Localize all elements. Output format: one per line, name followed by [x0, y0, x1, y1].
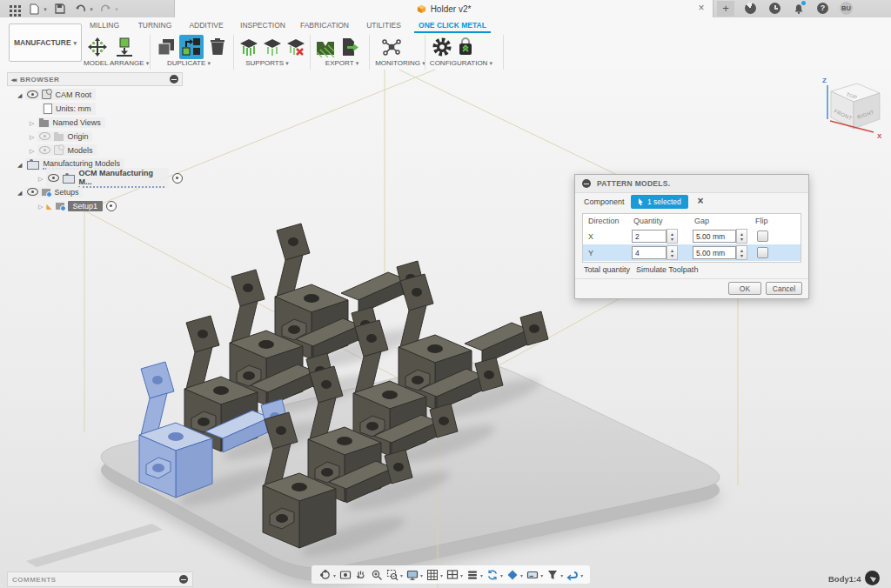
feedback-icon[interactable] — [865, 571, 880, 585]
gap-y-spinner[interactable] — [736, 245, 747, 260]
gap-x-spinner[interactable] — [736, 229, 747, 244]
tab-utilities[interactable]: UTILITIES — [357, 21, 411, 31]
filter-icon[interactable] — [546, 568, 559, 581]
group-label-export[interactable]: EXPORT — [320, 59, 364, 67]
tree-label-selected[interactable]: Setup1 — [68, 201, 104, 211]
activate-radio-icon[interactable] — [106, 201, 117, 211]
extensions-icon[interactable] — [745, 3, 756, 14]
zoom-window-icon[interactable] — [385, 568, 399, 581]
tree-item-named-views[interactable]: Named Views — [30, 116, 105, 129]
workspace-selector-button[interactable]: MANUFACTURE — [9, 23, 82, 62]
browser-header[interactable]: BROWSER — [7, 72, 183, 86]
app-grid-icon[interactable] — [7, 3, 19, 15]
quantity-y-input[interactable] — [632, 246, 667, 259]
layers-caret-icon[interactable] — [481, 571, 483, 579]
dialog-grip-icon[interactable] — [582, 179, 591, 188]
layers-icon[interactable] — [466, 568, 479, 581]
flip-y-checkbox[interactable] — [757, 247, 768, 258]
view-cube[interactable]: TOP FRONT RIGHT Z X — [822, 77, 882, 140]
orbit-caret-icon[interactable] — [334, 571, 336, 579]
redo-caret-icon[interactable] — [111, 3, 123, 15]
avatar[interactable]: BU — [840, 2, 853, 15]
expander-icon[interactable] — [38, 202, 43, 210]
tree-item-models[interactable]: Models — [30, 144, 97, 157]
exit-arrow-caret-icon[interactable] — [581, 571, 583, 579]
model-arrange-drop-icon[interactable] — [114, 37, 135, 57]
tree-item-origin[interactable]: Origin — [30, 130, 92, 143]
viewports-icon[interactable] — [446, 568, 459, 581]
quantity-x-input[interactable] — [632, 230, 667, 243]
viewports-caret-icon[interactable] — [461, 571, 463, 579]
help-icon[interactable] — [817, 3, 828, 14]
refresh-caret-icon[interactable] — [501, 571, 503, 579]
isolate-caret-icon[interactable] — [521, 571, 523, 579]
configuration-gear-icon[interactable] — [432, 37, 452, 57]
zoom-icon[interactable] — [370, 568, 383, 581]
viewport-canvas[interactable]: .part-gray{--t:#6e6b61;--l:#56534b;--r:#… — [0, 70, 891, 588]
grid-settings-icon[interactable] — [425, 568, 439, 581]
expander-icon[interactable] — [17, 188, 22, 197]
notifications-bell-icon[interactable] — [793, 3, 805, 15]
monitoring-icon[interactable] — [381, 37, 402, 57]
new-tab-button[interactable] — [717, 1, 734, 17]
display-settings-icon[interactable] — [405, 568, 419, 581]
clear-selection-icon[interactable] — [695, 196, 706, 206]
visibility-eye-icon[interactable] — [39, 146, 50, 154]
grid-settings-caret-icon[interactable] — [441, 571, 443, 579]
export-file-icon[interactable] — [339, 37, 360, 57]
group-label-configuration[interactable]: CONFIGURATION — [425, 59, 498, 67]
flip-x-checkbox[interactable] — [757, 231, 768, 242]
tree-item-units[interactable]: Units: mm — [42, 102, 96, 115]
tab-additive[interactable]: ADDITIVE — [181, 21, 231, 31]
ok-button[interactable]: OK — [728, 282, 761, 295]
file-icon[interactable] — [28, 3, 40, 15]
dialog-title-bar[interactable]: PATTERN MODELS. — [575, 175, 808, 193]
group-label-supports[interactable]: SUPPORTS — [242, 59, 292, 67]
undo-icon[interactable] — [74, 3, 86, 15]
configuration-store-icon[interactable] — [455, 37, 476, 57]
comments-bar[interactable]: COMMENTS — [7, 571, 193, 587]
group-label-duplicate[interactable]: DUPLICATE — [162, 59, 216, 67]
screen-icon[interactable] — [526, 568, 539, 581]
tab-inspection[interactable]: INSPECTION — [233, 21, 292, 31]
document-tab[interactable]: Holder v2* — [174, 0, 713, 17]
tab-milling[interactable]: MILLING — [82, 21, 127, 31]
visibility-eye-icon[interactable] — [48, 174, 59, 182]
isolate-icon[interactable] — [506, 568, 519, 581]
look-at-icon[interactable] — [338, 568, 352, 581]
gap-x-input[interactable] — [693, 230, 736, 243]
visibility-eye-icon[interactable] — [27, 90, 38, 98]
expander-icon[interactable] — [17, 90, 22, 99]
filter-caret-icon[interactable] — [561, 571, 563, 579]
zoom-window-caret-icon[interactable] — [401, 571, 403, 579]
cancel-button[interactable]: Cancel — [766, 282, 802, 295]
duplicate-delete-icon[interactable] — [207, 37, 228, 57]
save-icon[interactable] — [54, 3, 66, 15]
pattern-row-x[interactable]: X — [583, 228, 801, 244]
screen-caret-icon[interactable] — [541, 571, 543, 579]
tree-item-cam-root[interactable]: CAM Root — [17, 88, 96, 101]
duplicate-copy-icon[interactable] — [156, 37, 177, 57]
expander-icon[interactable] — [30, 118, 34, 127]
pan-icon[interactable] — [354, 568, 367, 581]
supports-delete-icon[interactable] — [285, 37, 306, 57]
group-label-monitoring[interactable]: MONITORING — [371, 59, 430, 67]
visibility-eye-icon[interactable] — [39, 132, 50, 140]
comments-options-icon[interactable] — [179, 575, 188, 584]
supports-generate-icon[interactable] — [238, 37, 259, 57]
job-status-icon[interactable] — [769, 3, 780, 14]
tree-item-ocm-manufacturing-model[interactable]: OCM Manufacturing M... — [38, 171, 183, 184]
panel-options-icon[interactable] — [170, 75, 178, 84]
undo-caret-icon[interactable] — [85, 3, 97, 15]
gap-y-input[interactable] — [693, 246, 736, 259]
tab-fabrication[interactable]: FABRICATION — [294, 21, 355, 31]
group-label-model-arrange[interactable]: MODEL ARRANGE — [84, 59, 146, 67]
duplicate-pattern-icon-active[interactable] — [179, 35, 204, 59]
close-tab-icon[interactable] — [695, 2, 707, 14]
quantity-x-spinner[interactable] — [667, 229, 678, 244]
orbit-icon[interactable] — [318, 568, 332, 581]
visibility-eye-icon[interactable] — [27, 188, 38, 196]
collapse-panel-icon[interactable] — [11, 76, 16, 84]
tree-item-setup1[interactable]: Setup1 — [38, 199, 117, 212]
component-selected-button[interactable]: 1 selected — [631, 195, 688, 209]
